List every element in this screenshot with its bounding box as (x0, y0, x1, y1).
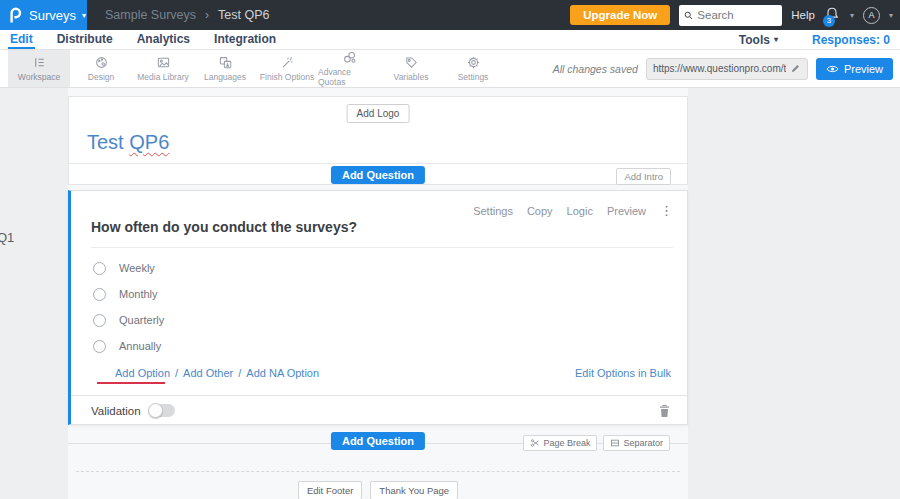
page-break-button[interactable]: Page Break (523, 435, 597, 451)
breadcrumb-folder[interactable]: Sample Surveys (105, 8, 196, 22)
delete-question-button[interactable] (658, 404, 671, 418)
question-settings-link[interactable]: Settings (473, 205, 513, 217)
tab-integration[interactable]: Integration (212, 30, 278, 49)
add-intro-button[interactable]: Add Intro (616, 168, 671, 185)
option-label[interactable]: Quarterly (119, 314, 164, 326)
link-separator: / (175, 367, 178, 379)
tool-workspace[interactable]: Workspace (8, 50, 70, 87)
section-nav: Edit Distribute Analytics Integration To… (0, 30, 900, 50)
edit-options-in-bulk-link[interactable]: Edit Options in Bulk (575, 367, 671, 379)
tool-advance-quotas[interactable]: Advance Quotas (318, 50, 380, 87)
tool-label: Finish Options (260, 72, 314, 82)
add-other-link[interactable]: Add Other (183, 367, 233, 379)
add-option-link[interactable]: Add Option (115, 367, 170, 379)
product-switcher[interactable]: Surveys ▾ (0, 0, 87, 30)
add-na-option-link[interactable]: Add NA Option (246, 367, 319, 379)
option-row: Weekly (93, 255, 164, 281)
add-logo-button[interactable]: Add Logo (347, 104, 410, 123)
radio-button[interactable] (93, 262, 106, 275)
avatar-initial: A (868, 10, 874, 20)
save-status: All changes saved (553, 63, 638, 75)
option-row: Monthly (93, 281, 164, 307)
question-preview-link[interactable]: Preview (607, 205, 646, 217)
divider (69, 163, 687, 164)
gear-icon (466, 55, 481, 70)
kebab-menu-icon[interactable]: ⋮ (660, 203, 673, 218)
tool-label: Advance Quotas (318, 67, 380, 87)
tool-finish-options[interactable]: Finish Options (256, 50, 318, 87)
tool-media-library[interactable]: Media Library (132, 50, 194, 87)
caret-down-icon[interactable]: ▾ (850, 11, 854, 20)
option-label[interactable]: Annually (119, 340, 161, 352)
help-link[interactable]: Help (791, 9, 815, 21)
image-icon (156, 55, 171, 70)
question-number-label: Q1 (0, 230, 14, 245)
quotas-icon (342, 50, 357, 65)
nav-right: Tools▾ Responses: 0 (739, 30, 900, 49)
validation-toggle[interactable] (149, 404, 175, 417)
option-row: Quarterly (93, 307, 164, 333)
magic-wand-icon (280, 55, 295, 70)
tab-distribute[interactable]: Distribute (55, 30, 115, 49)
footer-dashed-divider (76, 471, 680, 472)
survey-content-column: Add Logo Test QP6 Add Question Add Intro… (68, 88, 688, 499)
upgrade-now-button[interactable]: Upgrade Now (570, 5, 670, 25)
option-label[interactable]: Monthly (119, 288, 158, 300)
survey-toolbar: Workspace Design Media Library Languages… (0, 50, 900, 88)
add-question-button-top[interactable]: Add Question (331, 166, 425, 184)
tool-label: Variables (394, 72, 429, 82)
tool-label: Settings (458, 72, 489, 82)
survey-title[interactable]: Test QP6 (87, 131, 169, 154)
separator-button[interactable]: Separator (603, 435, 670, 451)
question-logic-link[interactable]: Logic (567, 205, 593, 217)
add-question-row: Add Question Page Break Separator (68, 432, 688, 454)
caret-down-icon: ▾ (774, 35, 778, 44)
preview-label: Preview (844, 63, 883, 75)
notifications-button[interactable]: 3 (824, 6, 841, 24)
notification-count-badge: 3 (823, 15, 835, 27)
toolbar-right: All changes saved Preview (553, 50, 900, 87)
radio-button[interactable] (93, 288, 106, 301)
question-text[interactable]: How often do you conduct the surveys? (91, 219, 357, 235)
breadcrumb: Sample Surveys › Test QP6 (105, 8, 269, 22)
pencil-icon[interactable] (790, 63, 801, 74)
edit-footer-button[interactable]: Edit Footer (298, 481, 362, 499)
survey-url-input[interactable] (653, 63, 786, 74)
toggle-knob (148, 403, 163, 418)
option-row: Annually (93, 333, 164, 359)
preview-button[interactable]: Preview (816, 58, 893, 80)
search-input[interactable] (697, 9, 777, 21)
tab-edit[interactable]: Edit (8, 30, 35, 49)
tool-label: Design (88, 72, 114, 82)
tab-analytics[interactable]: Analytics (135, 30, 192, 49)
tool-design[interactable]: Design (70, 50, 132, 87)
questionpro-logo-icon (7, 7, 23, 24)
tool-languages[interactable]: Languages (194, 50, 256, 87)
avatar[interactable]: A (863, 7, 880, 24)
tool-settings[interactable]: Settings (442, 50, 504, 87)
thank-you-page-button[interactable]: Thank You Page (370, 481, 458, 499)
palette-icon (94, 55, 109, 70)
breadcrumb-current: Test QP6 (218, 8, 269, 22)
radio-button[interactable] (93, 314, 106, 327)
option-label[interactable]: Weekly (119, 262, 155, 274)
separator-icon (610, 438, 620, 448)
responses-count[interactable]: Responses: 0 (812, 33, 890, 47)
radio-button[interactable] (93, 340, 106, 353)
divider (91, 247, 673, 248)
search-box (679, 5, 782, 26)
topbar-right: Upgrade Now Help 3 ▾ A ▾ (570, 5, 900, 26)
validation-row: Validation (91, 395, 671, 426)
question-copy-link[interactable]: Copy (527, 205, 553, 217)
survey-url-box (646, 58, 808, 80)
tools-menu[interactable]: Tools▾ (739, 33, 778, 47)
caret-down-icon[interactable]: ▾ (889, 11, 893, 20)
workspace-icon (32, 55, 47, 70)
add-question-button-bottom[interactable]: Add Question (331, 432, 425, 450)
tool-variables[interactable]: Variables (380, 50, 442, 87)
footer-buttons: Edit Footer Thank You Page (68, 481, 688, 499)
eye-icon (826, 64, 839, 74)
validation-label: Validation (91, 405, 141, 417)
separator-label: Separator (623, 438, 663, 448)
option-add-links: Add Option / Add Other / Add NA Option (115, 367, 319, 379)
